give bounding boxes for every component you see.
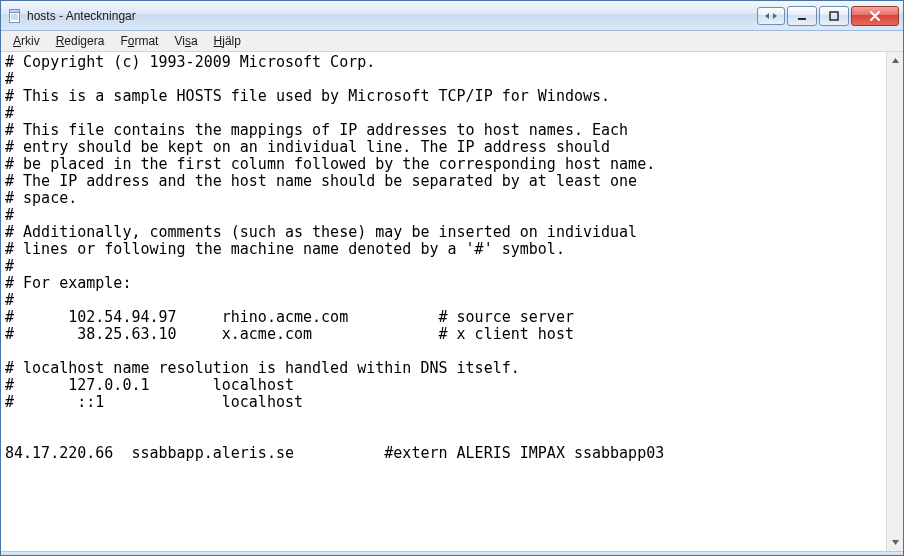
close-button[interactable] [851, 6, 899, 26]
minimize-button[interactable] [787, 6, 817, 26]
notepad-window: hosts - Anteckningar [0, 0, 904, 556]
svg-rect-5 [798, 18, 806, 20]
scroll-down-arrow[interactable] [887, 534, 903, 551]
menu-redigera[interactable]: Redigera [48, 33, 113, 49]
maximize-button[interactable] [819, 6, 849, 26]
svg-rect-6 [830, 12, 838, 20]
scroll-track[interactable] [887, 69, 903, 534]
window-controls [757, 6, 899, 26]
svg-rect-1 [10, 9, 20, 12]
vertical-scrollbar[interactable] [886, 52, 903, 551]
menubar: Arkiv Redigera Format Visa Hjälp [1, 31, 903, 52]
notepad-icon [7, 8, 23, 24]
menu-visa[interactable]: Visa [166, 33, 205, 49]
menu-hjalp[interactable]: Hjälp [206, 33, 249, 49]
content-area: # Copyright (c) 1993-2009 Microsoft Corp… [1, 52, 903, 551]
nav-button[interactable] [757, 7, 785, 25]
scroll-up-arrow[interactable] [887, 52, 903, 69]
text-editor[interactable]: # Copyright (c) 1993-2009 Microsoft Corp… [1, 52, 886, 551]
window-title: hosts - Anteckningar [27, 9, 136, 23]
titlebar[interactable]: hosts - Anteckningar [1, 1, 903, 31]
menu-format[interactable]: Format [112, 33, 166, 49]
window-bottom-border [1, 551, 903, 555]
menu-arkiv[interactable]: Arkiv [5, 33, 48, 49]
